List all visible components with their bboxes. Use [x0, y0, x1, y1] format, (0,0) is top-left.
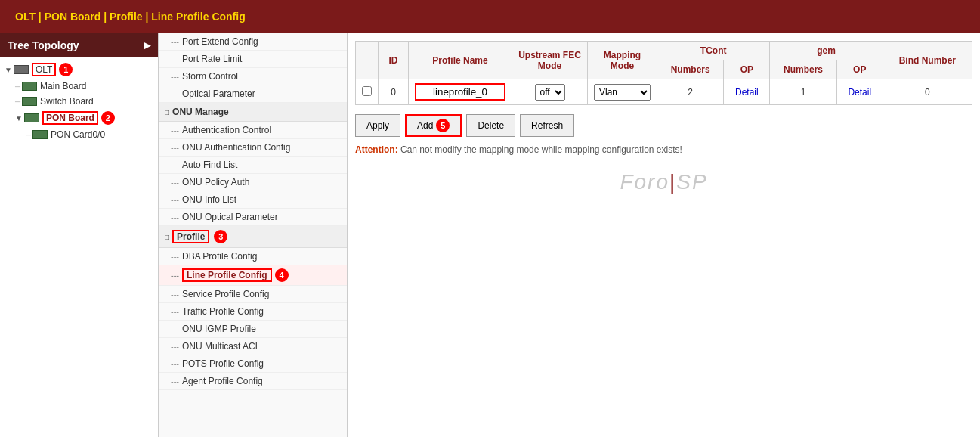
expand-icon: ▼ [5, 66, 12, 74]
attention-label: Attention: [355, 144, 398, 155]
olt-icon [14, 65, 29, 74]
th-bind: Bind Number [883, 42, 972, 79]
breadcrumb-text: OLT | PON Board | Profile | Line Profile… [15, 11, 246, 23]
pon-board-icon [24, 113, 39, 122]
tree-item-pon-card[interactable]: ─ PON Card0/0 [0, 127, 158, 142]
watermark: Foro|SP [355, 170, 972, 194]
tree-item-olt[interactable]: ▼ OLT 1 [0, 60, 158, 79]
badge-5: 5 [436, 119, 450, 132]
th-gem-numbers: Numbers [770, 60, 836, 79]
nav-storm-control[interactable]: --- Storm Control [159, 68, 347, 85]
nav-section-profile[interactable]: □ Profile 3 [159, 226, 347, 248]
pon-card-label: PON Card0/0 [51, 129, 105, 140]
nav-port-extend[interactable]: --- Port Extend Config [159, 33, 347, 51]
dash-icon: ─ [15, 82, 20, 91]
tree-item-switch-board[interactable]: ─ Switch Board [0, 94, 158, 109]
line-profile-label[interactable]: Line Profile Config [182, 268, 272, 282]
th-gem-op: OP [836, 60, 883, 79]
main-board-icon [22, 82, 37, 91]
nav-dba-profile[interactable]: --- DBA Profile Config [159, 248, 347, 265]
nav-port-rate[interactable]: --- Port Rate Limit [159, 51, 347, 68]
fec-select[interactable]: off on [535, 84, 565, 101]
nav-pots-profile[interactable]: --- POTS Profile Config [159, 355, 347, 373]
sidebar: Tree Topology ▶ ▼ OLT 1 ─ Main Board ─ S… [0, 33, 159, 437]
row-bind-num: 0 [883, 79, 972, 105]
tcont-detail-link[interactable]: Detail [735, 87, 759, 98]
switch-board-label: Switch Board [40, 96, 94, 107]
profile-section-label: Profile [172, 230, 209, 243]
apply-button[interactable]: Apply [355, 114, 400, 137]
add-button[interactable]: Add 5 [405, 114, 462, 137]
refresh-button[interactable]: Refresh [520, 114, 574, 137]
row-profile-name[interactable] [409, 79, 512, 105]
nav-line-profile[interactable]: --- Line Profile Config 4 [159, 265, 347, 286]
watermark-text: Foro|SP [620, 170, 707, 194]
row-gem-op[interactable]: Detail [836, 79, 883, 105]
row-gem-num: 1 [770, 79, 836, 105]
row-id: 0 [379, 79, 409, 105]
th-gem: gem [770, 42, 883, 60]
profile-name-input[interactable] [415, 83, 505, 101]
tree-item-main-board[interactable]: ─ Main Board [0, 79, 158, 94]
nav-service-profile[interactable]: --- Service Profile Config [159, 286, 347, 303]
pon-card-icon [32, 130, 48, 139]
th-checkbox [356, 42, 379, 79]
th-id: ID [379, 42, 409, 79]
nav-section-onu-manage[interactable]: □ ONU Manage [159, 103, 347, 122]
th-tcont-numbers: Numbers [657, 60, 724, 79]
switch-board-icon [22, 97, 37, 106]
sidebar-header: Tree Topology ▶ [0, 33, 158, 57]
main-content: ID Profile Name Upstream FEC Mode Mappin… [348, 33, 980, 437]
button-row: Apply Add 5 Delete Refresh [355, 114, 972, 137]
row-mapping[interactable]: Vlan GemPort [588, 79, 657, 105]
row-tcont-op[interactable]: Detail [724, 79, 770, 105]
expand-icon2: ▼ [15, 114, 23, 122]
nav-agent-profile[interactable]: --- Agent Profile Config [159, 373, 347, 390]
nav-optical-param[interactable]: --- Optical Parameter [159, 85, 347, 103]
nav-auto-find[interactable]: --- Auto Find List [159, 157, 347, 174]
nav-onu-policy[interactable]: --- ONU Policy Auth [159, 174, 347, 191]
main-board-label: Main Board [40, 81, 86, 91]
attention-message: Can not modify the mapping mode while ma… [400, 144, 682, 155]
profile-table: ID Profile Name Upstream FEC Mode Mappin… [355, 41, 972, 105]
sidebar-title: Tree Topology [8, 39, 79, 51]
nav-traffic-profile[interactable]: --- Traffic Profile Config [159, 303, 347, 321]
nav-onu-multicast[interactable]: --- ONU Multicast ACL [159, 338, 347, 355]
th-upstream-fec: Upstream FEC Mode [512, 42, 588, 79]
breadcrumb-bar: OLT | PON Board | Profile | Line Profile… [0, 0, 980, 33]
badge-1: 1 [59, 63, 73, 76]
nav-auth-control[interactable]: --- Authentication Control [159, 122, 347, 139]
badge-2: 2 [101, 111, 115, 125]
nav-onu-optical[interactable]: --- ONU Optical Parameter [159, 209, 347, 226]
nav-onu-igmp[interactable]: --- ONU IGMP Profile [159, 321, 347, 338]
olt-label[interactable]: OLT [32, 63, 56, 76]
row-checkbox[interactable] [362, 86, 372, 96]
badge-3: 3 [214, 230, 227, 243]
mapping-select[interactable]: Vlan GemPort [594, 84, 651, 101]
th-tcont: TCont [657, 42, 770, 60]
row-fec[interactable]: off on [512, 79, 588, 105]
nav-panel: --- Port Extend Config --- Port Rate Lim… [159, 33, 348, 437]
gem-detail-link[interactable]: Detail [848, 87, 871, 98]
row-checkbox-cell[interactable] [356, 79, 379, 105]
sidebar-collapse-icon[interactable]: ▶ [144, 40, 150, 51]
delete-button[interactable]: Delete [466, 114, 515, 137]
tree-item-pon-board[interactable]: ▼ PON Board 2 [0, 109, 158, 127]
nav-onu-auth-config[interactable]: --- ONU Authentication Config [159, 139, 347, 157]
table-row: 0 off on Vlan GemPort [356, 79, 972, 105]
dash-icon3: ─ [26, 131, 31, 139]
badge-4: 4 [275, 268, 289, 282]
attention-row: Attention: Can not modify the mapping mo… [355, 144, 972, 155]
th-tcont-op: OP [724, 60, 770, 79]
dash-icon2: ─ [15, 98, 20, 106]
nav-onu-info[interactable]: --- ONU Info List [159, 191, 347, 209]
th-mapping-mode: Mapping Mode [588, 42, 657, 79]
row-tcont-num: 2 [657, 79, 724, 105]
pon-board-label[interactable]: PON Board [42, 111, 98, 125]
th-profile-name: Profile Name [409, 42, 512, 79]
